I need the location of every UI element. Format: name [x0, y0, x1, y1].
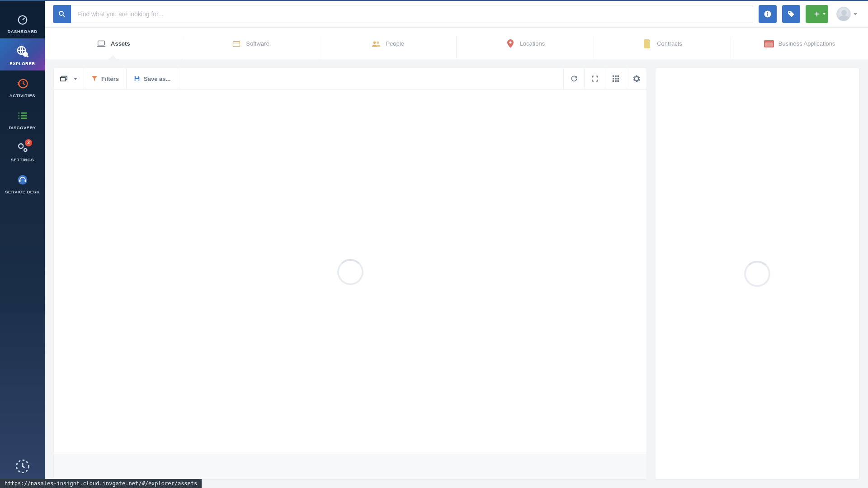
funnel-icon — [91, 75, 98, 82]
svg-rect-24 — [98, 41, 105, 45]
status-bar-url: https://nasales-insight.cloud.invgate.ne… — [0, 479, 202, 488]
window-dropdown-button[interactable] — [54, 68, 84, 89]
sidebar-item-dashboard[interactable]: DASHBOARD — [0, 6, 45, 38]
sidebar-item-label: EXPLORER — [9, 61, 35, 66]
refresh-button[interactable] — [563, 68, 584, 89]
panel-footer — [54, 455, 646, 479]
svg-rect-43 — [617, 80, 619, 82]
tab-label: Locations — [520, 40, 545, 47]
svg-point-28 — [377, 41, 379, 44]
svg-rect-35 — [612, 75, 614, 77]
filters-label: Filters — [101, 75, 119, 82]
sidebar-item-label: SERVICE DESK — [5, 189, 40, 194]
sidebar-item-label: ACTIVITIES — [9, 93, 35, 98]
tab-label: Software — [246, 40, 269, 47]
refresh-icon — [571, 75, 578, 82]
search-icon — [58, 10, 66, 18]
tab-assets[interactable]: Assets — [45, 37, 182, 59]
svg-point-16 — [59, 11, 63, 15]
tag-button[interactable] — [782, 5, 800, 23]
svg-point-11 — [24, 149, 26, 151]
save-as-label: Save as... — [144, 75, 170, 82]
windows-stack-icon — [60, 75, 67, 82]
tab-contracts[interactable]: Contracts — [594, 37, 731, 59]
chevron-down-icon — [854, 13, 857, 15]
sidebar-item-settings[interactable]: 2 SETTINGS — [0, 135, 45, 167]
svg-rect-38 — [612, 78, 614, 80]
svg-point-12 — [18, 175, 27, 185]
svg-rect-36 — [615, 75, 617, 77]
settings-badge: 2 — [25, 139, 32, 146]
main-panel: Filters Save as... — [54, 68, 646, 479]
toolbar: Filters Save as... — [54, 68, 646, 89]
search-input[interactable] — [71, 5, 753, 23]
info-icon — [764, 10, 772, 18]
tab-people[interactable]: People — [319, 37, 457, 59]
tag-icon — [787, 10, 795, 18]
laptop-icon — [96, 40, 106, 48]
top-accent-bar — [0, 0, 868, 1]
grid-view-button[interactable] — [605, 68, 626, 89]
svg-line-17 — [63, 15, 65, 17]
location-pin-icon — [505, 40, 515, 48]
app-window-icon — [764, 40, 774, 48]
settings-button[interactable] — [626, 68, 646, 89]
plus-icon — [813, 10, 821, 18]
tab-locations[interactable]: Locations — [457, 37, 594, 59]
svg-point-29 — [509, 41, 511, 43]
filters-button[interactable]: Filters — [84, 68, 127, 89]
tab-software[interactable]: Software — [182, 37, 320, 59]
tab-label: Business Applications — [778, 40, 835, 47]
tab-label: Assets — [111, 40, 130, 47]
headset-icon — [16, 173, 29, 187]
sidebar-item-label: DISCOVERY — [9, 125, 36, 130]
sidebar-item-activities[interactable]: ACTIVITIES — [0, 70, 45, 103]
expand-icon — [591, 75, 599, 82]
svg-rect-37 — [617, 75, 619, 77]
chevron-down-icon — [74, 78, 77, 80]
content-body — [54, 89, 646, 455]
svg-rect-34 — [136, 79, 139, 81]
search-button[interactable] — [53, 5, 71, 23]
svg-rect-40 — [617, 78, 619, 80]
tab-business-applications[interactable]: Business Applications — [731, 37, 868, 59]
svg-rect-39 — [615, 78, 617, 80]
fullscreen-button[interactable] — [584, 68, 605, 89]
add-button[interactable] — [806, 5, 828, 23]
info-button[interactable] — [759, 5, 777, 23]
svg-rect-32 — [61, 77, 66, 81]
brand-logo-icon — [14, 458, 31, 474]
top-header — [45, 1, 868, 28]
main-content: Filters Save as... — [45, 59, 868, 488]
svg-point-2 — [23, 52, 27, 56]
clock-history-icon — [16, 77, 29, 90]
side-panel — [656, 68, 859, 479]
tab-label: Contracts — [657, 40, 682, 47]
people-icon — [371, 40, 381, 48]
sidebar-item-explorer[interactable]: EXPLORER — [0, 38, 45, 70]
save-as-button[interactable]: Save as... — [127, 68, 178, 89]
document-icon — [642, 40, 652, 48]
svg-rect-19 — [767, 14, 768, 16]
tab-label: People — [386, 40, 404, 47]
globe-search-icon — [16, 45, 29, 58]
svg-rect-33 — [136, 76, 138, 78]
svg-point-21 — [789, 12, 791, 14]
search-wrapper — [53, 5, 753, 23]
svg-rect-42 — [615, 80, 617, 82]
svg-rect-14 — [24, 180, 26, 182]
chevron-down-icon — [823, 13, 826, 15]
gauge-icon — [16, 13, 29, 26]
sidebar-item-service-desk[interactable]: SERVICE DESK — [0, 167, 45, 199]
svg-point-27 — [373, 41, 376, 44]
svg-point-20 — [767, 12, 768, 13]
sidebar-item-discovery[interactable]: DISCOVERY — [0, 103, 45, 135]
sidebar-item-label: DASHBOARD — [7, 29, 37, 34]
svg-rect-25 — [233, 42, 240, 47]
box-icon — [231, 40, 241, 48]
grid-icon — [612, 75, 619, 82]
avatar-icon — [836, 7, 851, 21]
list-icon — [16, 109, 29, 122]
user-menu[interactable] — [834, 7, 860, 21]
svg-rect-13 — [19, 180, 20, 182]
